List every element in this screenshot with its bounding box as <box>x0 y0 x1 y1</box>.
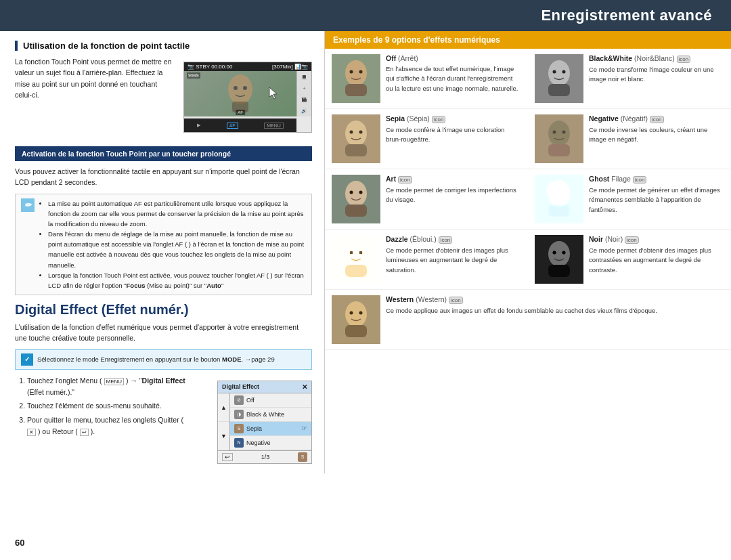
effect-dazzle-desc: Ce mode permet d'obtenir des images plus… <box>386 246 521 275</box>
mode-note-icon: ✓ <box>21 353 33 366</box>
de-menu-negative[interactable]: N Negative <box>230 436 311 450</box>
svg-point-48 <box>359 311 363 315</box>
effect-negative: Negative (Négatif) icon Ce mode inverse … <box>528 109 731 169</box>
right-column: Exemples de 9 options d'effets numérique… <box>325 31 731 473</box>
effect-negative-desc: Ce mode inverse les couleurs, créant une… <box>589 125 724 145</box>
svg-point-23 <box>553 131 556 134</box>
effect-art-info: Art icon Ce mode permet de corriger les … <box>386 175 521 223</box>
svg-rect-36 <box>345 265 367 277</box>
effect-ghost-thumb <box>535 175 583 223</box>
svg-point-3 <box>243 86 247 90</box>
mode-note-text: Sélectionnez le mode Enregistrement en a… <box>37 355 275 364</box>
svg-point-42 <box>553 251 556 255</box>
effect-art: Art icon Ce mode permet de corriger les … <box>325 169 528 230</box>
digital-effect-intro: L'utilisation de la fonction d'effet num… <box>15 322 312 344</box>
svg-point-11 <box>548 60 570 86</box>
touch-cursor <box>268 86 283 101</box>
effect-negative-thumb <box>535 114 583 163</box>
touch-point-body: La fonction Touch Point vous permet de m… <box>15 56 175 134</box>
effect-dazzle: Dazzle (Ébloui.) icon Ce mode permet d'o… <box>325 230 528 290</box>
de-back-btn[interactable]: ↩ <box>222 453 233 461</box>
svg-point-8 <box>350 70 353 74</box>
digital-effect-menu: Digital Effect ✕ ▲ ▼ ⊘ Off ◑ <box>217 381 312 464</box>
svg-point-28 <box>350 191 353 194</box>
svg-rect-17 <box>345 144 367 156</box>
effect-noir: Noir (Noir) icon Ce mode permet d'obteni… <box>528 230 731 290</box>
effect-ghost-name: Ghost Filage icon <box>589 175 724 184</box>
svg-point-32 <box>547 181 563 200</box>
effect-sepia: Sepia (Sépia) icon Ce mode confère à l'i… <box>325 109 528 169</box>
svg-point-24 <box>562 131 566 134</box>
svg-point-35 <box>345 241 367 267</box>
de-sepia-icon: S <box>234 424 244 433</box>
effect-sepia-info: Sepia (Sépia) icon Ce mode confère à l'i… <box>386 114 521 163</box>
svg-point-40 <box>548 241 570 267</box>
effects-grid: Off (Arrêt) En l'absence de tout effet n… <box>325 49 731 350</box>
effect-off-info: Off (Arrêt) En l'absence de tout effet n… <box>386 54 521 103</box>
effect-bw-desc: Ce mode transforme l'image couleur en un… <box>589 65 724 85</box>
de-menu-sepia[interactable]: S Sepia ☞ <box>230 422 311 436</box>
effect-sepia-name: Sepia (Sépia) icon <box>386 114 521 123</box>
cam-sidebar: 🔳 + 🎬 🔊 <box>296 71 311 116</box>
de-off-icon: ⊘ <box>234 395 244 405</box>
svg-point-43 <box>562 251 566 255</box>
step-3: Pour quitter le menu, touchez les onglet… <box>27 414 190 437</box>
effect-noir-desc: Ce mode permet d'obtenir des images plus… <box>589 246 724 275</box>
de-menu-off[interactable]: ⊘ Off <box>230 393 311 408</box>
page-title: Enregistrement avancé <box>0 0 731 31</box>
svg-point-47 <box>350 311 353 315</box>
effect-art-desc: Ce mode permet de corriger les imperfect… <box>386 186 521 205</box>
svg-point-29 <box>359 191 363 194</box>
digital-effect-title: Digital Effect (Effet numér.) <box>15 302 312 318</box>
step-1: Touchez l'onglet Menu ( MENU ) → "Digita… <box>27 375 190 398</box>
page-number: 60 <box>15 538 24 548</box>
note-icon: ✏ <box>21 198 35 212</box>
effect-noir-info: Noir (Noir) icon Ce mode permet d'obteni… <box>589 235 724 284</box>
effect-western: Western (Western) icon Ce mode applique … <box>325 290 731 350</box>
svg-point-16 <box>345 121 367 146</box>
svg-point-37 <box>350 251 353 255</box>
effect-art-thumb <box>332 175 380 223</box>
effect-negative-name: Negative (Négatif) icon <box>589 114 724 123</box>
left-column: Utilisation de la fonction de point tact… <box>0 31 325 473</box>
mode-note: ✓ Sélectionnez le mode Enregistrement en… <box>15 349 312 370</box>
svg-point-2 <box>234 86 238 90</box>
effect-bw-info: Black&White (Noir&Blanc) icon Ce mode tr… <box>589 54 724 103</box>
effect-off-name: Off (Arrêt) <box>386 54 521 62</box>
de-menu-title: Digital Effect ✕ <box>218 381 311 393</box>
svg-point-0 <box>228 74 252 104</box>
effect-off: Off (Arrêt) En l'absence de tout effet n… <box>325 49 528 109</box>
effect-off-desc: En l'absence de tout effet numérique, l'… <box>386 64 521 93</box>
svg-rect-33 <box>548 204 570 217</box>
effect-sepia-desc: Ce mode confère à l'image une coloration… <box>386 125 521 145</box>
effect-noir-name: Noir (Noir) icon <box>589 235 724 244</box>
svg-point-13 <box>553 70 556 74</box>
effect-western-name: Western (Western) icon <box>386 295 724 304</box>
effect-ghost: Ghost Filage icon Ce mode permet de géné… <box>528 169 731 230</box>
svg-point-19 <box>359 131 363 134</box>
note-box: ✏ La mise au point automatique AF est pa… <box>15 194 312 296</box>
cam-af-indicator: AF <box>236 110 245 115</box>
examples-header: Exemples de 9 options d'effets numérique… <box>325 31 731 49</box>
effect-dazzle-thumb <box>332 235 380 284</box>
svg-point-21 <box>548 121 570 146</box>
svg-point-14 <box>562 70 566 74</box>
svg-rect-46 <box>345 325 367 337</box>
effect-off-thumb <box>332 54 380 103</box>
de-menu-nav: ↩ 1/3 S <box>218 450 311 463</box>
svg-point-38 <box>359 251 363 255</box>
cam-bottom-bar: ▶ AF MENU <box>184 119 296 132</box>
effect-noir-thumb <box>535 235 583 284</box>
de-nav-icon: S <box>298 452 307 462</box>
svg-point-9 <box>359 70 363 74</box>
touch-point-section-title: Utilisation de la fonction de point tact… <box>15 41 312 51</box>
effect-bw-thumb <box>535 54 583 103</box>
effect-western-thumb <box>332 295 380 344</box>
step-2: Touchez l'élément de sous-menu souhaité. <box>27 400 190 412</box>
svg-point-6 <box>345 60 367 86</box>
svg-rect-27 <box>345 204 367 217</box>
svg-rect-22 <box>548 144 570 156</box>
camera-ui-mockup: 📷 STBY 00:00:00 [307Min] 📊📷 <box>183 62 312 133</box>
effect-dazzle-info: Dazzle (Ébloui.) icon Ce mode permet d'o… <box>386 235 521 284</box>
de-menu-bw[interactable]: ◑ Black & White <box>230 408 311 422</box>
